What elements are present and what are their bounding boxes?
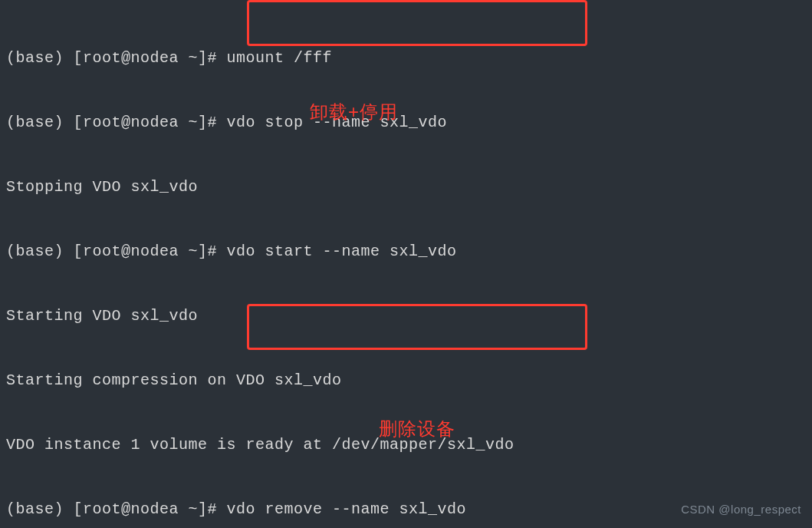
- term-line: VDO instance 1 volume is ready at /dev/m…: [6, 434, 806, 456]
- term-line: (base) [root@nodea ~]# umount /fff: [6, 48, 806, 69]
- term-line: (base) [root@nodea ~]# vdo start --name …: [6, 241, 806, 262]
- term-line: Stopping VDO sxl_vdo: [6, 177, 806, 198]
- terminal-pane[interactable]: (base) [root@nodea ~]# umount /fff (base…: [0, 0, 812, 528]
- watermark: CSDN @long_respect: [681, 499, 801, 520]
- term-line: Starting compression on VDO sxl_vdo: [6, 370, 806, 391]
- term-line: Starting VDO sxl_vdo: [6, 305, 806, 327]
- term-line: (base) [root@nodea ~]# vdo stop --name s…: [6, 112, 806, 134]
